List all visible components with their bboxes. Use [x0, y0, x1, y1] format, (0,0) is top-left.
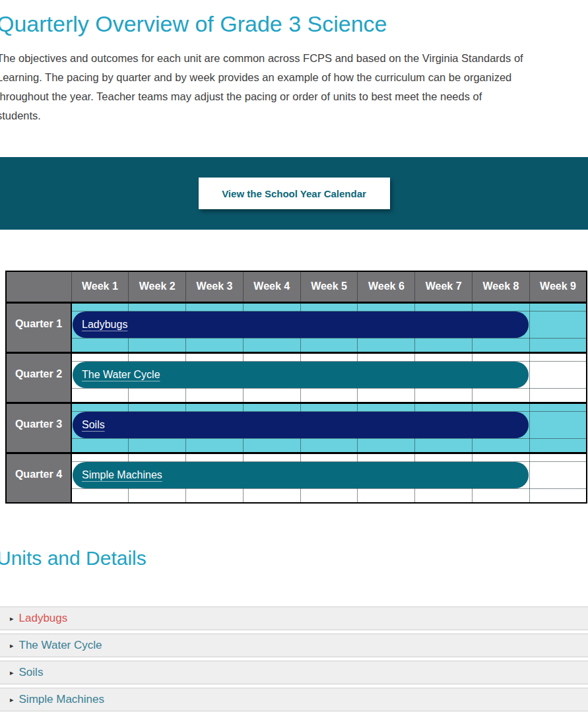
accordion-item-water-cycle[interactable]: ▸ The Water Cycle: [0, 634, 588, 657]
week-header: Week 8: [473, 271, 530, 302]
accordion-item-label: Soils: [19, 666, 44, 679]
accordion-item-soils[interactable]: ▸ Soils: [0, 661, 588, 684]
quarter-label: Quarter 1: [6, 302, 71, 352]
intro-line: Learning. The pacing by quarter and by w…: [0, 68, 588, 87]
unit-bar-simple-machines: Simple Machines: [73, 462, 529, 488]
unit-bar-water-cycle: The Water Cycle: [73, 362, 529, 388]
quarter-row-q4: Quarter 4 Simple Machines: [6, 453, 587, 503]
accordion-item-ladybugs[interactable]: ▸ Ladybugs: [0, 606, 588, 630]
week-header: Week 4: [243, 271, 300, 302]
unit-bar-ladybugs: Ladybugs: [73, 311, 529, 338]
expand-arrow-icon: ▸: [10, 696, 14, 704]
units-accordion: ▸ Ladybugs ▸ The Water Cycle ▸ Soils ▸ S…: [0, 606, 588, 711]
week-header: Week 9: [529, 271, 587, 302]
unit-bar-soils: Soils: [73, 412, 529, 438]
calendar-banner: View the School Year Calendar: [0, 157, 588, 230]
corner-cell: [6, 271, 71, 302]
unit-link-water-cycle[interactable]: The Water Cycle: [82, 369, 160, 381]
empty-week-cell: [529, 411, 587, 438]
unit-link-soils[interactable]: Soils: [82, 419, 105, 431]
week-header-row: Week 1 Week 2 Week 3 Week 4 Week 5 Week …: [6, 271, 587, 302]
week-header: Week 2: [129, 271, 186, 302]
expand-arrow-icon: ▸: [10, 669, 14, 676]
quarter-row-q1: Quarter 1 Ladybugs: [6, 302, 587, 352]
intro-line: throughout the year. Teacher teams may a…: [0, 87, 588, 106]
empty-week-cell: [529, 311, 587, 338]
accordion-item-label: The Water Cycle: [19, 639, 102, 652]
quarter-label: Quarter 4: [6, 453, 71, 503]
view-calendar-button[interactable]: View the School Year Calendar: [199, 178, 390, 209]
intro-line: students.: [0, 106, 588, 125]
empty-week-cell: [529, 461, 587, 488]
week-header: Week 5: [300, 271, 358, 302]
quarter-row-q2: Quarter 2 The Water Cycle: [6, 352, 587, 403]
week-header: Week 6: [358, 271, 415, 302]
empty-week-cell: [529, 361, 587, 388]
unit-link-ladybugs[interactable]: Ladybugs: [82, 319, 127, 331]
intro-paragraph: The objectives and outcomes for each uni…: [0, 49, 588, 125]
units-and-details-heading: Units and Details: [0, 546, 588, 571]
quarter-row-q3: Quarter 3 Soils: [6, 403, 587, 453]
accordion-item-simple-machines[interactable]: ▸ Simple Machines: [0, 688, 588, 711]
quarter-label: Quarter 3: [6, 403, 71, 453]
quarter-label: Quarter 2: [6, 352, 71, 403]
quarterly-schedule-table: Week 1 Week 2 Week 3 Week 4 Week 5 Week …: [5, 271, 587, 504]
week-header: Week 7: [415, 271, 473, 302]
page-title: Quarterly Overview of Grade 3 Science: [0, 9, 588, 38]
intro-line: The objectives and outcomes for each uni…: [0, 49, 588, 68]
unit-link-simple-machines[interactable]: Simple Machines: [82, 469, 162, 481]
accordion-item-label: Simple Machines: [19, 693, 104, 706]
week-header: Week 3: [186, 271, 244, 302]
expand-arrow-icon: ▸: [10, 615, 14, 622]
accordion-item-label: Ladybugs: [19, 612, 68, 625]
expand-arrow-icon: ▸: [10, 642, 14, 649]
week-header: Week 1: [71, 271, 129, 302]
